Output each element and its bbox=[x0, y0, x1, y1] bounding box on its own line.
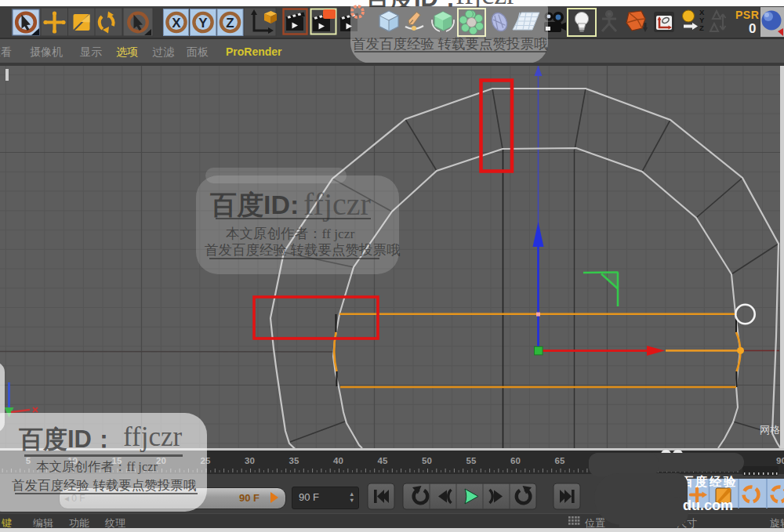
svg-text:0: 0 bbox=[749, 21, 756, 36]
svg-text:Z: Z bbox=[699, 24, 704, 32]
svg-text:PSR: PSR bbox=[735, 9, 759, 21]
svg-text:X: X bbox=[172, 16, 181, 31]
svg-text:Z: Z bbox=[226, 16, 234, 31]
svg-text:Y: Y bbox=[198, 16, 208, 31]
svg-text:网格: 网格 bbox=[760, 424, 780, 436]
